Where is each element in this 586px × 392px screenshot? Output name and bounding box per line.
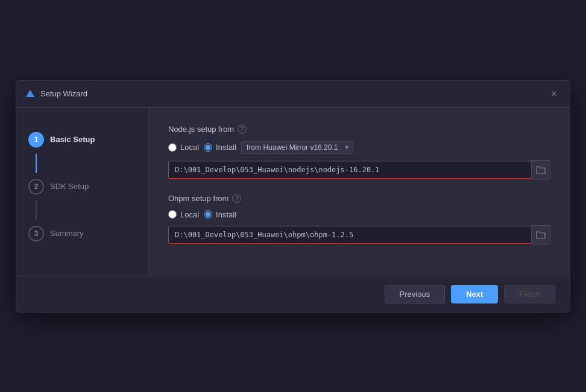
nodejs-mirror-dropdown[interactable]: from Huawei Mirror v16.20.1 from Officia… [241,141,353,154]
nodejs-help-icon[interactable]: ? [238,125,247,134]
step-connector-2 [36,201,37,220]
sidebar: 1 Basic Setup 2 SDK Setup 3 Summary [16,108,149,276]
close-button[interactable]: × [547,87,561,101]
ohpm-install-option[interactable]: Install [204,210,236,219]
step-connector-1 [36,154,37,173]
step-circle-2: 2 [28,179,44,194]
dialog-body: 1 Basic Setup 2 SDK Setup 3 Summary Node… [16,108,570,276]
ohpm-local-option[interactable]: Local [168,210,199,219]
step-circle-1: 1 [28,132,44,148]
previous-button[interactable]: Previous [385,285,446,303]
ohpm-path-input[interactable] [168,226,532,244]
step-label-3: Summary [50,229,84,238]
svg-marker-0 [26,90,34,97]
nodejs-folder-button[interactable] [531,160,550,179]
next-button[interactable]: Next [451,285,498,303]
ohpm-radio-row: Local Install [168,210,550,219]
nodejs-local-radio[interactable] [168,143,177,152]
nodejs-local-option[interactable]: Local [168,143,199,152]
main-content: Node.js setup from ? Local Install from … [149,108,570,276]
nodejs-install-radio[interactable] [204,143,212,152]
nodejs-install-option[interactable]: Install [204,143,236,152]
dialog-title: Setup Wizard [40,89,547,98]
step-label-1: Basic Setup [50,135,95,144]
nodejs-section-title: Node.js setup from ? [168,125,550,134]
ohpm-folder-icon [536,231,546,239]
folder-icon [536,166,546,174]
sidebar-item-basic-setup[interactable]: 1 Basic Setup [16,126,148,154]
ohpm-local-radio[interactable] [168,210,177,219]
setup-wizard-dialog: Setup Wizard × 1 Basic Setup 2 SDK Setup… [16,80,570,313]
sidebar-item-summary[interactable]: 3 Summary [16,220,148,247]
nodejs-path-input[interactable] [168,161,532,179]
ohpm-install-radio[interactable] [204,210,212,219]
app-icon [25,89,36,99]
nodejs-mirror-dropdown-wrapper: from Huawei Mirror v16.20.1 from Officia… [241,141,353,154]
dialog-footer: Previous Next Finish [16,276,570,312]
nodejs-radio-row: Local Install from Huawei Mirror v16.20.… [168,141,550,154]
ohpm-folder-button[interactable] [531,225,550,244]
finish-button: Finish [504,285,555,303]
title-bar: Setup Wizard × [16,81,570,108]
nodejs-path-row [168,160,550,179]
sidebar-item-sdk-setup[interactable]: 2 SDK Setup [16,173,148,201]
ohpm-section-title: Ohpm setup from ? [168,194,550,203]
step-circle-3: 3 [28,226,44,241]
ohpm-help-icon[interactable]: ? [232,194,241,203]
ohpm-path-row [168,225,550,244]
step-label-2: SDK Setup [50,182,89,191]
